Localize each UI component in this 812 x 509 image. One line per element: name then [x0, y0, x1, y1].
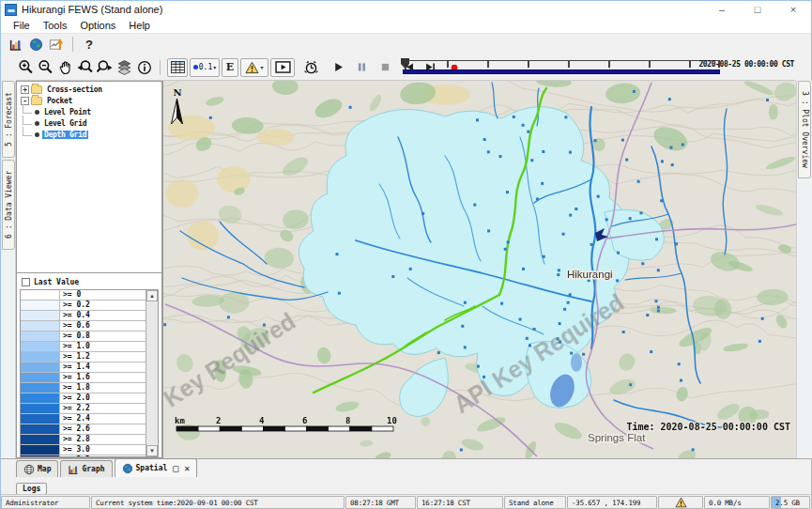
menu-file[interactable]: File [7, 20, 37, 31]
legend-row[interactable]: >= 1.0 [21, 342, 146, 352]
tab-graph[interactable]: Graph [60, 460, 112, 477]
legend-row[interactable]: >= 0.6 [21, 321, 146, 332]
tab-spatial-label: Spatial [136, 464, 168, 472]
legend-color-swatch [21, 342, 60, 351]
animation-export-button[interactable] [270, 58, 295, 77]
tab-map[interactable]: Map [16, 460, 58, 477]
grid-display-button[interactable] [167, 58, 188, 77]
legend-row[interactable]: >= 3.2 [21, 455, 146, 457]
legend-row[interactable]: >= 1.8 [21, 383, 146, 393]
tree-node-label[interactable]: Level Grid [42, 119, 88, 128]
status-memory: 2.5 GB [771, 496, 810, 509]
legend-color-swatch [21, 424, 60, 434]
maximize-button[interactable]: □ [740, 1, 775, 18]
close-button[interactable]: × [775, 1, 811, 18]
legend-scrollbar[interactable]: ▲ ▼ [146, 290, 158, 456]
interval-value: 0.1 [199, 63, 212, 71]
tab-data-viewer[interactable]: 6 : Data Viewer [2, 160, 15, 250]
tree-node-label[interactable]: Pocket [45, 97, 74, 105]
pan-hand-icon[interactable] [55, 57, 75, 78]
time-slider[interactable] [401, 58, 722, 77]
last-value-row: Last Value [20, 275, 159, 288]
status-warning-cell[interactable] [658, 496, 703, 509]
timer-settings-icon[interactable] [301, 57, 321, 78]
legend-color-swatch [21, 321, 60, 331]
warnings-dropdown[interactable]: ▾ [240, 58, 268, 77]
legend-row[interactable]: >= 1.6 [21, 373, 146, 383]
tree-node-depth-grid[interactable]: Depth Grid [19, 129, 161, 140]
scroll-up-button[interactable]: ▲ [146, 290, 158, 301]
stop-button[interactable] [375, 57, 395, 78]
expand-icon[interactable]: + [21, 85, 29, 94]
legend-row[interactable]: >= 2.8 [21, 435, 146, 445]
time-slider-ruler [406, 60, 720, 68]
minimize-button[interactable]: – [704, 1, 740, 18]
tree-node-pocket[interactable]: - Pocket [19, 95, 161, 106]
logs-row: Logs [1, 477, 811, 494]
layers-icon[interactable] [115, 57, 134, 78]
left-panel: + Cross-section - Pocket Level Point [16, 81, 162, 458]
legend-row-label: >= 0.6 [60, 321, 146, 331]
legend-row-label: >= 2.8 [60, 435, 146, 444]
legend-row[interactable]: >= 2.0 [21, 393, 146, 404]
scroll-down-button[interactable]: ▼ [146, 445, 158, 456]
timeseries-import-icon[interactable] [46, 35, 67, 54]
legend-row[interactable]: >= 3.0 [21, 445, 146, 455]
tree-node-level-point[interactable]: Level Point [19, 106, 161, 117]
layer-tree: + Cross-section - Pocket Level Point [16, 81, 162, 273]
legend-row[interactable]: >= 2.4 [21, 414, 146, 424]
tab-spatial[interactable]: Spatial □ ✕ [115, 458, 198, 477]
current-datetime: 2020-08-25 00:00:00 CST [698, 60, 794, 69]
help-button[interactable]: ? [79, 35, 100, 54]
pause-button[interactable] [352, 57, 372, 78]
classbreaks-legend-button[interactable]: E [222, 58, 238, 77]
play-button[interactable] [329, 57, 348, 78]
status-mode: Stand alone [504, 496, 566, 509]
legend-row[interactable]: >= 0.4 [21, 311, 146, 321]
tree-connector [23, 127, 32, 136]
tree-node-cross-section[interactable]: + Cross-section [19, 84, 161, 95]
legend-row-label: >= 2.4 [60, 414, 146, 424]
legend-row-label: >= 0.2 [60, 301, 146, 310]
tree-node-label-selected[interactable]: Depth Grid [42, 131, 88, 139]
tree-node-level-grid[interactable]: Level Grid [19, 117, 161, 129]
last-value-checkbox[interactable] [22, 278, 30, 286]
legend-color-swatch [21, 414, 60, 424]
menu-help[interactable]: Help [122, 20, 157, 31]
zoom-out-icon[interactable] [36, 57, 55, 78]
legend-row[interactable]: >= 0 [21, 290, 146, 301]
legend-row[interactable]: >= 0.2 [21, 301, 146, 311]
zoom-in-icon[interactable] [16, 57, 36, 78]
tree-node-label[interactable]: Level Point [42, 108, 93, 116]
legend-row-label: >= 1.4 [60, 362, 146, 372]
status-system-time: Current system time:2020-09-01 00:00 CST [91, 496, 345, 509]
spatial-globe-icon[interactable] [25, 35, 46, 54]
tab-maximize-icon[interactable]: □ [173, 463, 178, 473]
menu-options[interactable]: Options [73, 20, 122, 31]
map-viewport[interactable]: API Key Required API Key Required Hikura… [162, 81, 796, 458]
legend-color-swatch [21, 290, 60, 300]
contour-interval-dropdown[interactable]: 0.1 ▾ [190, 58, 220, 77]
tree-node-label[interactable]: Cross-section [45, 85, 104, 94]
legend-row[interactable]: >= 1.4 [21, 362, 146, 373]
zoom-previous-icon[interactable] [75, 57, 95, 78]
tab-close-icon[interactable]: ✕ [184, 463, 190, 473]
menu-tools[interactable]: Tools [37, 20, 74, 31]
chevron-down-icon: ▾ [260, 64, 263, 70]
tab-forecast[interactable]: 5 : Forecast [2, 81, 15, 158]
forecast-chart-icon[interactable] [5, 35, 25, 54]
legend-row[interactable]: >= 2.6 [21, 424, 146, 435]
legend-row[interactable]: >= 0.8 [21, 332, 146, 342]
info-icon[interactable] [134, 57, 154, 78]
legend-row-label: >= 0 [60, 290, 146, 300]
window-title: Hikurangi FEWS (Stand alone) [22, 4, 162, 15]
help-label: ? [85, 38, 93, 52]
zoom-next-icon[interactable] [95, 57, 115, 78]
bottom-tab-bar: Map Graph Spatial □ ✕ [1, 458, 811, 477]
legend-row[interactable]: >= 2.2 [21, 404, 146, 414]
legend-row-label: >= 0.4 [60, 311, 146, 320]
globe-icon [122, 463, 133, 474]
tab-plot-overview[interactable]: 3 : Plot Overview [798, 81, 811, 178]
legend-row[interactable]: >= 1.2 [21, 352, 146, 362]
svg-text:10: 10 [387, 416, 397, 425]
